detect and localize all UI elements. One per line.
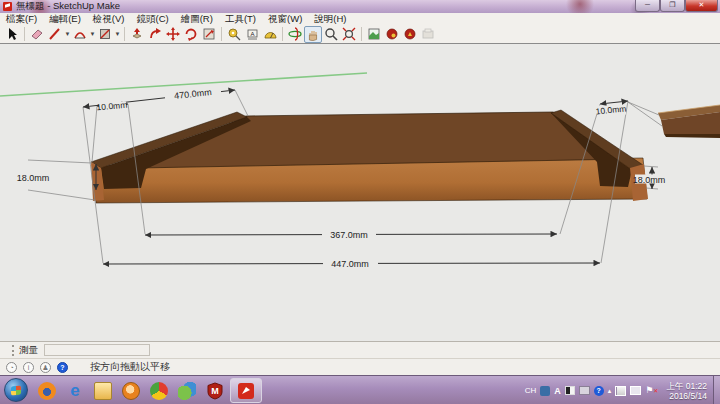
network-icon[interactable] bbox=[615, 386, 626, 396]
pan-tool-button[interactable] bbox=[304, 26, 322, 43]
select-tool-button[interactable] bbox=[3, 26, 21, 43]
line-tool-button[interactable] bbox=[46, 26, 64, 43]
start-button[interactable] bbox=[4, 378, 28, 402]
windows-flag-icon bbox=[11, 385, 21, 395]
ime-toolbar-icon[interactable] bbox=[579, 386, 590, 395]
close-button[interactable]: ✕ bbox=[685, 0, 718, 12]
ime-letter-indicator[interactable]: A bbox=[554, 386, 561, 396]
offset-icon bbox=[202, 27, 216, 41]
keyboard-layout-icon[interactable] bbox=[565, 386, 575, 395]
power-icon[interactable] bbox=[630, 386, 641, 395]
action-center-flag-icon[interactable]: ⚑✕ bbox=[645, 385, 658, 396]
pan-hand-icon bbox=[306, 27, 320, 41]
taskbar-clock[interactable]: 上午 01:22 2016/5/14 bbox=[666, 381, 707, 401]
arc-tool-button[interactable] bbox=[71, 26, 89, 43]
tray-help-icon[interactable]: ? bbox=[594, 386, 604, 396]
menu-item-view[interactable]: 檢視(V) bbox=[87, 13, 131, 26]
zoom-icon bbox=[324, 27, 338, 41]
messenger-icon bbox=[178, 382, 196, 400]
maximize-button[interactable]: ❐ bbox=[660, 0, 685, 12]
taskbar-chrome-button[interactable] bbox=[146, 378, 172, 403]
show-desktop-button[interactable] bbox=[713, 376, 720, 404]
dimension-icon: A bbox=[245, 27, 259, 41]
system-tray: CH A ? ▴ ⚑✕ 上午 01:22 2016/5/14 bbox=[521, 376, 720, 404]
taskbar-messenger-button[interactable] bbox=[174, 378, 200, 403]
follow-me-tool-button[interactable] bbox=[146, 26, 164, 43]
arc-dropdown-arrow[interactable]: ▼ bbox=[89, 31, 96, 37]
sketchup-app-icon bbox=[3, 2, 12, 11]
line-dropdown-arrow[interactable]: ▼ bbox=[64, 31, 71, 37]
protractor-tool-button[interactable] bbox=[261, 26, 279, 43]
minimize-button[interactable]: ─ bbox=[635, 0, 660, 12]
eraser-tool-button[interactable] bbox=[28, 26, 46, 43]
taskbar-ie-button[interactable]: e bbox=[62, 378, 88, 403]
menu-item-camera[interactable]: 鏡頭(C) bbox=[130, 13, 174, 26]
follow-me-icon bbox=[148, 27, 162, 41]
hidden-icons-button[interactable]: ▴ bbox=[608, 386, 612, 396]
geolocation-icon[interactable]: ◔ bbox=[6, 362, 17, 373]
share-model-icon bbox=[385, 27, 399, 41]
share-component-icon bbox=[403, 27, 417, 41]
loose-board-bottom-edge bbox=[664, 134, 720, 138]
dimension-tool-button[interactable]: A bbox=[243, 26, 261, 43]
offset-tool-button[interactable] bbox=[200, 26, 218, 43]
orbit-icon bbox=[288, 27, 302, 41]
media-app-icon bbox=[122, 382, 140, 400]
tape-measure-tool-button[interactable] bbox=[225, 26, 243, 43]
ime-badge-icon[interactable] bbox=[540, 386, 550, 396]
taskbar-sketchup-button[interactable] bbox=[230, 378, 262, 403]
toolbar: ▼ ▼ ▼ A bbox=[0, 25, 720, 44]
sketchup-icon bbox=[237, 382, 255, 400]
toolbar-separator bbox=[24, 27, 25, 41]
print-button[interactable] bbox=[419, 26, 437, 43]
title-bar: 無標題 - SketchUp Make ─ ❐ ✕ bbox=[0, 0, 720, 13]
zoom-tool-button[interactable] bbox=[322, 26, 340, 43]
eraser-icon bbox=[30, 27, 44, 41]
input-method-indicator[interactable]: CH bbox=[525, 386, 537, 396]
window-title: 無標題 - SketchUp Make bbox=[16, 0, 120, 13]
push-pull-tool-button[interactable] bbox=[128, 26, 146, 43]
arc-icon bbox=[73, 27, 87, 41]
rotate-tool-button[interactable] bbox=[182, 26, 200, 43]
orbit-tool-button[interactable] bbox=[286, 26, 304, 43]
sign-in-icon[interactable]: ♟ bbox=[40, 362, 51, 373]
rectangle-icon bbox=[98, 27, 112, 41]
menu-item-file[interactable]: 檔案(F) bbox=[0, 13, 43, 26]
taskbar-explorer-button[interactable] bbox=[90, 378, 116, 403]
measurements-panel: 測量 bbox=[0, 341, 720, 358]
menu-item-tools[interactable]: 工具(T) bbox=[219, 13, 262, 26]
svg-text:M: M bbox=[211, 386, 219, 396]
help-icon[interactable]: ? bbox=[57, 362, 68, 373]
zoom-extents-icon bbox=[342, 27, 356, 41]
share-component-button[interactable] bbox=[401, 26, 419, 43]
zoom-extents-tool-button[interactable] bbox=[340, 26, 358, 43]
get-models-icon bbox=[367, 27, 381, 41]
share-model-button[interactable] bbox=[383, 26, 401, 43]
dimension-label-outer-width: 447.0mm bbox=[331, 259, 369, 269]
taskbar-media-app-button[interactable] bbox=[118, 378, 144, 403]
internet-explorer-icon: e bbox=[66, 382, 84, 400]
menu-item-help[interactable]: 說明(H) bbox=[308, 13, 352, 26]
taskbar-firefox-button[interactable] bbox=[34, 378, 60, 403]
rectangle-tool-button[interactable] bbox=[96, 26, 114, 43]
menu-item-edit[interactable]: 編輯(E) bbox=[43, 13, 87, 26]
move-tool-button[interactable] bbox=[164, 26, 182, 43]
svg-text:A: A bbox=[250, 31, 254, 37]
measurement-input[interactable] bbox=[44, 344, 150, 356]
print-icon bbox=[421, 27, 435, 41]
cursor-arrow-icon bbox=[5, 27, 19, 41]
menu-item-window[interactable]: 視窗(W) bbox=[262, 13, 308, 26]
toolbar-separator bbox=[282, 27, 283, 41]
dimension-label-left-thickness: 18.0mm bbox=[17, 173, 50, 183]
panel-grip-handle[interactable] bbox=[12, 345, 15, 356]
pencil-icon bbox=[48, 27, 62, 41]
get-models-button[interactable] bbox=[365, 26, 383, 43]
drawing-canvas[interactable]: 470.0mm 10.0mm 10.0mm 18.0mm 18.0mm 367.… bbox=[0, 44, 720, 341]
dimension-label-depth: 470.0mm bbox=[174, 87, 212, 101]
credits-icon[interactable]: i bbox=[23, 362, 34, 373]
taskbar-mcafee-button[interactable]: M bbox=[202, 378, 228, 403]
loose-rail-board bbox=[658, 105, 720, 138]
rotate-icon bbox=[184, 27, 198, 41]
rectangle-dropdown-arrow[interactable]: ▼ bbox=[114, 31, 121, 37]
menu-item-draw[interactable]: 繪圖(R) bbox=[175, 13, 219, 26]
